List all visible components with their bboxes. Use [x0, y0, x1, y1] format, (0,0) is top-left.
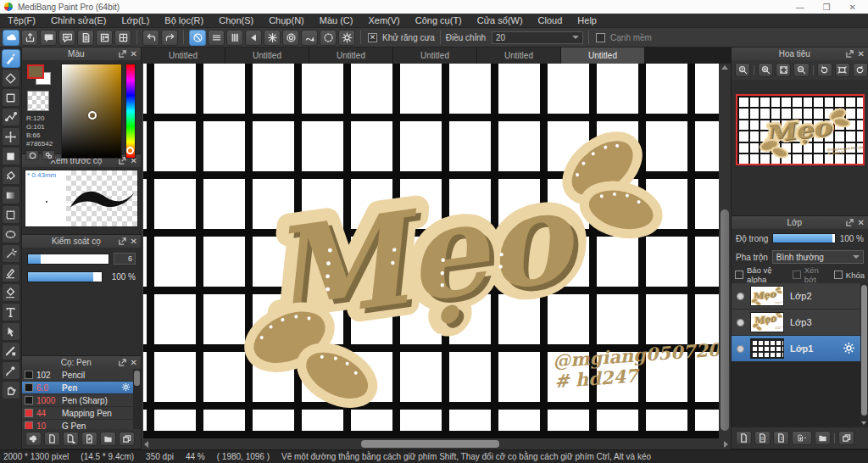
layer-opacity-slider[interactable]	[772, 233, 835, 243]
close-button[interactable]: ✕	[849, 3, 856, 12]
gear-icon[interactable]	[121, 382, 131, 393]
close-icon[interactable]: ✕	[131, 237, 137, 246]
bucket-tool[interactable]	[2, 166, 20, 185]
layer-row-lop3[interactable]: Lớp3	[732, 310, 860, 336]
restore-button[interactable]: ❒	[823, 3, 831, 12]
snap-parallel-button[interactable]	[208, 30, 225, 46]
select-eraser-tool[interactable]	[2, 283, 20, 302]
snap-off-button[interactable]	[189, 30, 206, 46]
operation-tool[interactable]	[2, 322, 20, 341]
comment-button[interactable]	[40, 30, 57, 46]
gear-icon[interactable]	[843, 342, 855, 356]
close-icon[interactable]: ✕	[858, 49, 865, 59]
horizontal-scroll-thumb[interactable]	[361, 440, 499, 448]
rotate-left-button[interactable]	[817, 63, 832, 77]
menu-cloud[interactable]: Cloud	[531, 15, 570, 25]
panel-layout-button[interactable]	[114, 30, 131, 46]
add-8bit-layer-button[interactable]: 8	[754, 431, 771, 445]
menu-view[interactable]: Xem(V)	[360, 15, 407, 25]
select-pen-tool[interactable]	[2, 264, 20, 282]
layer-scroll-thumb[interactable]	[861, 285, 867, 416]
alpha-lock-checkbox[interactable]	[735, 271, 743, 279]
adjust-dropdown[interactable]: 20	[492, 31, 583, 44]
popout-icon[interactable]	[118, 50, 128, 59]
layer-visibility-toggle[interactable]	[737, 345, 744, 353]
reset-rotation-button[interactable]	[835, 63, 850, 77]
layer-list-scrollbar[interactable]	[860, 283, 868, 427]
blend-mode-dropdown[interactable]: Bình thường	[772, 250, 864, 264]
color-wheel-button[interactable]	[25, 150, 39, 160]
popout-icon[interactable]	[845, 50, 855, 59]
brush-row-mapping-pen[interactable]: 44Mapping Pen	[22, 407, 133, 420]
eraser-tool[interactable]	[2, 69, 20, 87]
zoom-100-button[interactable]	[735, 63, 750, 77]
snap-grid-button[interactable]	[226, 30, 243, 46]
brush-script-button[interactable]	[81, 432, 97, 446]
close-icon[interactable]: ✕	[131, 358, 137, 367]
brush-row-pen-sharp[interactable]: 1000Pen (Sharp)	[22, 394, 133, 407]
brush-list-scrollbar[interactable]	[133, 369, 141, 429]
cloud-save-button[interactable]	[3, 30, 19, 46]
control-point-tool[interactable]	[2, 108, 20, 126]
scroll-right-icon[interactable]	[724, 441, 728, 448]
tab-untitled-2[interactable]: Untitled	[225, 47, 309, 64]
layer-row-lop1[interactable]: Lớp1	[732, 336, 860, 362]
menu-file[interactable]: Tệp(F)	[0, 15, 43, 25]
document-button[interactable]	[77, 30, 94, 46]
close-icon[interactable]: ✕	[858, 218, 865, 227]
brush-cloud-download-button[interactable]	[25, 432, 42, 446]
zoom-in-button[interactable]	[758, 63, 773, 77]
soft-edge-checkbox[interactable]	[596, 33, 605, 42]
fill-shape-tool[interactable]	[2, 147, 20, 165]
gradient-tool[interactable]	[2, 186, 20, 204]
brush-size-value[interactable]: 6	[114, 253, 136, 265]
tab-untitled-4[interactable]: Untitled	[393, 47, 477, 64]
snap-settings-button[interactable]	[338, 30, 355, 46]
snap-curve-button[interactable]	[301, 30, 318, 46]
color-swap-button[interactable]	[42, 150, 55, 160]
canvas-vertical-scrollbar[interactable]	[719, 64, 731, 438]
menu-filter[interactable]: Bộ lọc(R)	[157, 15, 211, 25]
brush-duplicate-button[interactable]	[119, 432, 135, 446]
hue-slider[interactable]	[125, 64, 136, 159]
hand-tool[interactable]	[2, 381, 20, 399]
tab-untitled-3[interactable]: Untitled	[309, 47, 393, 64]
tab-untitled-6[interactable]: Untitled	[561, 47, 645, 64]
vertical-scroll-thumb[interactable]	[721, 209, 729, 431]
transparent-swatch[interactable]	[27, 91, 49, 111]
brush-row-g-pen[interactable]: 10G Pen	[22, 420, 133, 429]
undo-button[interactable]	[142, 30, 159, 46]
brush-size-slider[interactable]	[27, 254, 109, 265]
popout-icon[interactable]	[118, 237, 128, 246]
menu-window[interactable]: Cửa sổ(W)	[470, 15, 531, 25]
redo-button[interactable]	[161, 30, 178, 46]
lock-checkbox[interactable]	[834, 271, 843, 279]
brush-opacity-slider[interactable]	[27, 271, 103, 282]
brush-add-type-button[interactable]	[63, 432, 79, 446]
divide-tool[interactable]	[2, 342, 20, 360]
add-layer-button[interactable]	[736, 431, 752, 445]
brush-row-pencil[interactable]: 102Pencil	[22, 369, 133, 382]
canvas[interactable]	[142, 64, 719, 438]
minimize-button[interactable]: —	[796, 3, 804, 12]
text-tool[interactable]	[2, 303, 20, 321]
layer-visibility-toggle[interactable]	[737, 293, 744, 300]
menu-help[interactable]: Help	[570, 15, 604, 25]
chat-button[interactable]	[58, 30, 75, 46]
brush-add-button[interactable]	[44, 432, 60, 446]
popout-icon[interactable]	[845, 219, 855, 227]
shape-tool[interactable]	[2, 88, 20, 107]
fit-screen-button[interactable]	[776, 63, 791, 77]
menu-snap[interactable]: Chụp(N)	[261, 15, 312, 25]
menu-tools[interactable]: Công cụ(T)	[408, 15, 470, 25]
layer-visibility-toggle[interactable]	[737, 319, 744, 326]
export-button[interactable]	[21, 30, 38, 46]
eyedropper-tool[interactable]	[2, 361, 20, 380]
select-tool[interactable]	[2, 205, 20, 224]
canvas-horizontal-scrollbar[interactable]	[142, 438, 731, 449]
tab-untitled-1[interactable]: Untitled	[142, 47, 225, 64]
snap-ellipse-button[interactable]	[320, 30, 337, 46]
saturation-value-picker[interactable]	[61, 64, 122, 159]
menu-color[interactable]: Màu (C)	[312, 15, 361, 25]
popout-icon[interactable]	[118, 359, 128, 367]
